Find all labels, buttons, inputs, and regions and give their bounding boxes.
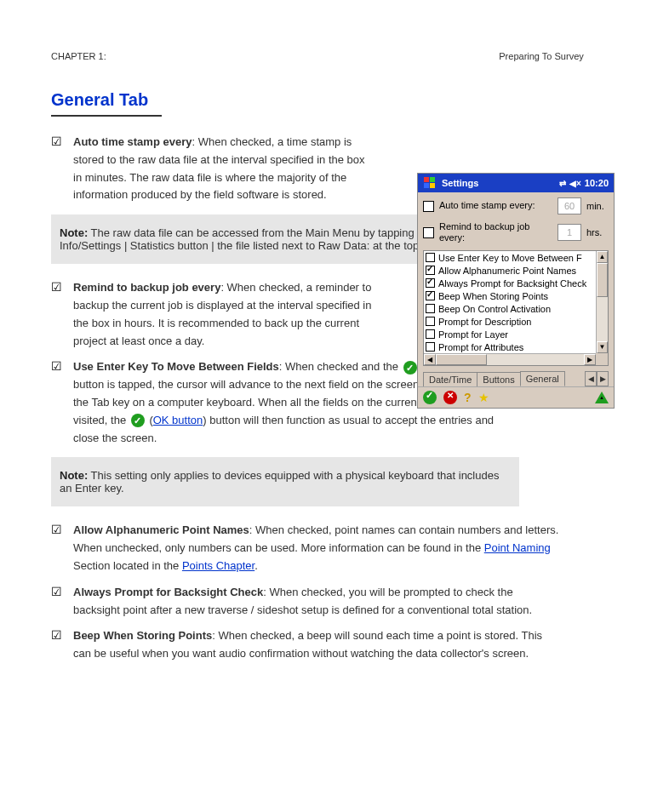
scroll-down-icon[interactable]: ▼ (597, 341, 608, 353)
list-item-label: Beep On Control Activation (438, 304, 551, 314)
cancel-button-icon[interactable] (443, 391, 457, 404)
link-points-chapter[interactable]: Points Chapter (182, 559, 254, 572)
signal-icon: ⇄ (559, 179, 566, 188)
chapter-label: CHAPTER 1: Preparing To Survey (51, 51, 618, 61)
option-auto-time-stamp: ☑ Auto time stamp every: When checked, a… (51, 134, 375, 204)
list-item-label: Prompt for Description (438, 317, 531, 327)
list-item-label: Beep When Storing Points (438, 291, 548, 301)
option-backsight-check: ☑ Always Prompt for Backsight Check: Whe… (51, 584, 562, 620)
svg-rect-2 (424, 183, 429, 188)
checkbox-icon[interactable] (426, 304, 435, 313)
checkbox-icon[interactable] (426, 291, 435, 300)
input-auto-time-value[interactable]: 60 (558, 197, 581, 214)
checkbox-remind-backup[interactable] (423, 227, 434, 238)
checkbox-icon[interactable] (426, 278, 435, 288)
scroll-thumb[interactable] (436, 354, 487, 365)
tab-strip: Date/Time Buttons General ◀ ▶ (418, 368, 614, 386)
tab-general[interactable]: General (520, 371, 565, 386)
option-remind-backup: ☑ Remind to backup job every: When check… (51, 279, 375, 350)
list-item-label: Always Prompt for Backsight Check (438, 278, 586, 289)
clock: 10:20 (585, 178, 609, 188)
checkbox-icon[interactable] (426, 342, 435, 352)
unit-min: min. (586, 201, 609, 211)
list-item-label: Allow Alphanumeric Point Names (438, 266, 576, 276)
ok-icon (131, 414, 145, 427)
checkbox-icon: ☑ (51, 584, 65, 599)
svg-rect-3 (430, 183, 435, 188)
ok-icon (403, 361, 417, 375)
bottom-toolbar: ? ★ (418, 386, 614, 408)
link-ok-button[interactable]: OK button (153, 414, 203, 426)
windows-flag-icon (423, 176, 437, 190)
list-item-label: Prompt for Attributes (438, 342, 523, 352)
svg-rect-0 (424, 177, 429, 182)
scroll-left-icon[interactable]: ◀ (424, 354, 436, 365)
list-item[interactable]: Always Prompt for Backsight Check (424, 277, 596, 289)
option-title: Allow Alphanumeric Point Names (73, 523, 249, 536)
note-text: This setting only applies to devices equ… (60, 469, 499, 495)
ok-button-icon[interactable] (423, 391, 437, 404)
checkbox-icon[interactable] (426, 253, 435, 262)
tab-buttons[interactable]: Buttons (477, 372, 520, 386)
checkbox-icon: ☑ (51, 279, 65, 294)
checkbox-icon: ☑ (51, 358, 65, 374)
row-auto-time-stamp: Auto time stamp every: 60 min. (423, 197, 609, 214)
row-remind-backup: Remind to backup job every: 1 hrs. (423, 221, 609, 243)
list-item-label: Prompt for Layer (438, 329, 508, 340)
scroll-up-icon[interactable]: ▲ (597, 251, 608, 263)
titlebar: Settings ⇄ ◀× 10:20 (418, 174, 614, 192)
checkbox-auto-time[interactable] (423, 201, 434, 212)
input-remind-backup-value[interactable]: 1 (558, 224, 581, 241)
settings-dialog: Settings ⇄ ◀× 10:20 Auto time stamp ever… (417, 173, 615, 409)
option-title: Always Prompt for Backsight Check (73, 586, 263, 598)
dialog-title: Settings (442, 178, 554, 188)
checkbox-icon: ☑ (51, 627, 65, 643)
list-item[interactable]: Prompt for Attributes (424, 340, 596, 353)
list-item[interactable]: Prompt for Description (424, 315, 596, 328)
checkbox-icon: ☑ (51, 522, 65, 537)
note-label: Note: (60, 226, 88, 239)
option-beep-storing: ☑ Beep When Storing Points: When checked… (51, 627, 562, 663)
page-title: General Tab (51, 90, 618, 110)
list-item[interactable]: Allow Alphanumeric Point Names (424, 264, 596, 277)
list-item[interactable]: Beep On Control Activation (424, 302, 596, 315)
list-item[interactable]: Use Enter Key to Move Between F (424, 251, 596, 264)
checkbox-icon[interactable] (426, 329, 435, 339)
checkbox-icon: ☑ (51, 134, 65, 149)
note-label: Note: (60, 469, 88, 482)
scroll-thumb[interactable] (597, 263, 608, 297)
link-point-naming[interactable]: Point Naming (484, 541, 551, 554)
vertical-scrollbar[interactable]: ▲ ▼ (596, 251, 608, 353)
option-alphanumeric: ☑ Allow Alphanumeric Point Names: When c… (51, 522, 562, 575)
label-remind-backup: Remind to backup job every: (439, 221, 552, 243)
option-title: Auto time stamp every (73, 135, 192, 148)
option-title: Remind to backup job every (73, 281, 220, 294)
scroll-corner (596, 353, 608, 365)
option-title: Use Enter Key To Move Between Fields (73, 360, 279, 373)
unit-hrs: hrs. (586, 227, 609, 237)
tab-scroll-left-icon[interactable]: ◀ (585, 371, 597, 386)
list-item[interactable]: Beep When Storing Points (424, 289, 596, 302)
scroll-right-icon[interactable]: ▶ (584, 354, 596, 365)
title-rule (51, 115, 162, 117)
tab-date-time[interactable]: Date/Time (423, 372, 477, 386)
speaker-icon: ◀× (569, 179, 581, 188)
checkbox-icon[interactable] (426, 266, 435, 275)
checkbox-icon[interactable] (426, 317, 435, 326)
label-auto-time: Auto time stamp every: (439, 200, 552, 211)
svg-rect-1 (430, 177, 435, 182)
horizontal-scrollbar[interactable]: ◀ ▶ (424, 353, 596, 365)
warning-icon[interactable] (595, 392, 609, 403)
note-text: The raw data file can be accessed from t… (60, 226, 470, 252)
star-icon[interactable]: ★ (478, 391, 489, 404)
list-item-label: Use Enter Key to Move Between F (438, 253, 582, 263)
option-desc-a: : When checked and the (279, 360, 402, 373)
list-item[interactable]: Prompt for Layer (424, 328, 596, 340)
help-icon[interactable]: ? (464, 391, 472, 404)
note-enter-key: Note: This setting only applies to devic… (51, 457, 519, 506)
tab-scroll-right-icon[interactable]: ▶ (597, 371, 609, 386)
option-title: Beep When Storing Points (73, 629, 212, 642)
options-listbox: Use Enter Key to Move Between F Allow Al… (423, 250, 609, 366)
